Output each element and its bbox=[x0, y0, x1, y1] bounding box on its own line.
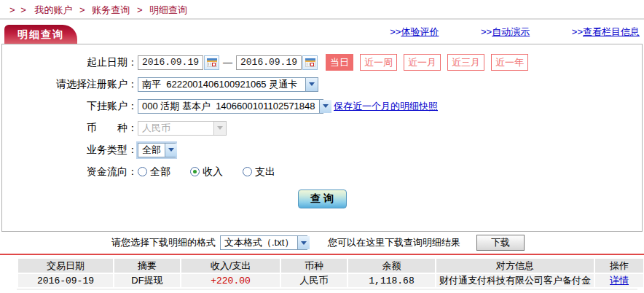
sub-account-select[interactable]: 000 活期 基本户 1406600101102571848 bbox=[138, 99, 323, 114]
date-range-dash: — bbox=[223, 57, 232, 68]
query-form-panel: 起止日期： — 当日 近一周 近一月 近三月 近一年 请选择注册账户： 南平 6… bbox=[1, 44, 643, 232]
cell-trade-date: 2016-09-19 bbox=[18, 274, 113, 287]
cell-balance: 1,118.68 bbox=[348, 274, 435, 287]
fund-flow-label: 资金流向： bbox=[2, 165, 138, 179]
header-summary: 摘要 bbox=[114, 259, 180, 273]
currency-select: 人民币 bbox=[138, 121, 227, 136]
download-button[interactable]: 下载 bbox=[476, 235, 525, 251]
link-arrows: >> bbox=[572, 26, 583, 37]
cell-counterparty: 财付通支付科技有限公司客户备付金 bbox=[436, 274, 594, 287]
tab-detail-query: 明细查询 bbox=[4, 25, 77, 44]
cell-amount: +220.00 bbox=[181, 274, 280, 287]
detail-link[interactable]: 详情 bbox=[610, 275, 629, 286]
register-account-label: 请选择注册账户： bbox=[2, 78, 138, 91]
header-balance: 余额 bbox=[348, 259, 435, 273]
breadcrumb-my-account[interactable]: 我的账户 bbox=[34, 4, 72, 15]
query-button[interactable]: 查 询 bbox=[298, 190, 347, 208]
save-monthly-snapshot-link[interactable]: 保存近一个月的明细快照 bbox=[334, 100, 438, 113]
register-account-row: 请选择注册账户： 南平 6222001406100921065 灵通卡 bbox=[2, 76, 642, 93]
header-action: 操作 bbox=[595, 259, 643, 273]
download-hint: 您可以在这里下载查询明细结果 bbox=[328, 236, 460, 249]
cell-action: 详情 bbox=[595, 274, 643, 287]
header-counterparty: 对方信息 bbox=[436, 259, 594, 273]
quick-range-3months-button[interactable]: 近三月 bbox=[447, 54, 484, 71]
link-auto-demo[interactable]: >>自动演示 bbox=[481, 26, 530, 37]
header-trade-date: 交易日期 bbox=[18, 259, 113, 273]
calendar-icon bbox=[305, 58, 315, 67]
register-account-select[interactable]: 南平 6222001406100921065 灵通卡 bbox=[138, 77, 318, 92]
radio-icon[interactable] bbox=[243, 167, 252, 176]
dropdown-arrow-icon bbox=[213, 122, 226, 135]
table-header-row: 交易日期 摘要 收入/支出 币种 余额 对方信息 操作 bbox=[18, 259, 643, 273]
header-links: >>体验评价 >>自动演示 >>查看栏目信息 bbox=[350, 26, 640, 39]
link-experience-review[interactable]: >>体验评价 bbox=[390, 26, 439, 37]
dropdown-arrow-icon bbox=[319, 100, 331, 113]
end-date-calendar-button[interactable] bbox=[302, 55, 318, 70]
radio-checked-icon[interactable] bbox=[190, 167, 200, 176]
biz-type-select[interactable]: 全部 bbox=[138, 143, 176, 157]
flow-option-all[interactable]: 全部 bbox=[138, 165, 170, 179]
link-arrows: >> bbox=[390, 26, 401, 37]
quick-range-year-button[interactable]: 近一年 bbox=[491, 54, 528, 71]
quick-range-month-button[interactable]: 近一月 bbox=[404, 54, 441, 71]
table-row: 2016-09-19 DF提现 +220.00 人民币 1,118.68 财付通… bbox=[18, 274, 643, 287]
results-table: 交易日期 摘要 收入/支出 币种 余额 对方信息 操作 2016-09-19 D… bbox=[17, 257, 644, 289]
dropdown-arrow-icon bbox=[305, 78, 318, 91]
breadcrumb-separator: > bbox=[133, 4, 147, 15]
header-currency: 币种 bbox=[281, 259, 347, 273]
breadcrumb-account-query[interactable]: 账务查询 bbox=[92, 4, 130, 15]
table-top-rule bbox=[0, 254, 644, 255]
breadcrumb-detail-query[interactable]: 明细查询 bbox=[149, 4, 187, 15]
start-date-input[interactable] bbox=[138, 55, 203, 70]
biz-type-label: 业务类型： bbox=[2, 144, 138, 157]
quick-range-week-button[interactable]: 近一周 bbox=[360, 54, 397, 71]
calendar-icon bbox=[207, 58, 217, 67]
quick-range-today-button[interactable]: 当日 bbox=[326, 54, 353, 71]
link-arrows: >> bbox=[481, 26, 492, 37]
breadcrumb: > > 我的账户 > 账务查询 > 明细查询 bbox=[0, 0, 644, 20]
tab-row: 明细查询 >>体验评价 >>自动演示 >>查看栏目信息 bbox=[0, 20, 644, 44]
radio-icon[interactable] bbox=[138, 167, 147, 176]
next-row-hint bbox=[17, 289, 637, 290]
link-view-column-info[interactable]: >>查看栏目信息 bbox=[572, 26, 640, 37]
sub-account-label: 下挂账户： bbox=[2, 100, 138, 113]
download-format-label: 请您选择下载明细的格式 bbox=[111, 236, 216, 249]
currency-row: 币 种： 人民币 bbox=[2, 120, 642, 136]
start-date-calendar-button[interactable] bbox=[204, 55, 219, 70]
sub-account-row: 下挂账户： 000 活期 基本户 1406600101102571848 保存近… bbox=[2, 98, 642, 114]
end-date-input[interactable] bbox=[236, 55, 302, 70]
cell-currency: 人民币 bbox=[281, 274, 347, 287]
biz-type-row: 业务类型： 全部 bbox=[2, 141, 642, 158]
dropdown-arrow-icon bbox=[165, 144, 177, 157]
breadcrumb-separator: > bbox=[75, 4, 90, 15]
breadcrumb-arrows: > > bbox=[9, 4, 32, 15]
currency-label: 币 种： bbox=[2, 122, 138, 135]
flow-option-income[interactable]: 收入 bbox=[190, 165, 223, 179]
date-range-label: 起止日期： bbox=[2, 56, 138, 69]
date-range-row: 起止日期： — 当日 近一周 近一月 近三月 近一年 bbox=[2, 54, 642, 71]
download-format-select[interactable]: 文本格式（.txt） bbox=[220, 235, 307, 250]
fund-flow-row: 资金流向： 全部 收入 支出 bbox=[2, 163, 642, 180]
flow-option-expense[interactable]: 支出 bbox=[243, 165, 275, 179]
detail-query-page: > > 我的账户 > 账务查询 > 明细查询 明细查询 >>体验评价 >>自动演… bbox=[0, 0, 644, 293]
download-row: 请您选择下载明细的格式 文本格式（.txt） 您可以在这里下载查询明细结果 下载 bbox=[0, 232, 644, 254]
header-income-expense: 收入/支出 bbox=[181, 259, 280, 273]
cell-summary: DF提现 bbox=[114, 274, 180, 287]
dropdown-arrow-icon bbox=[297, 236, 310, 249]
